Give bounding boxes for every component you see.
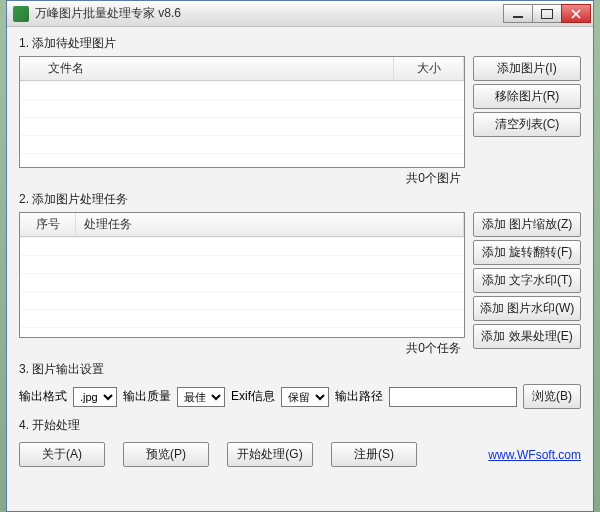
add-text-watermark-button[interactable]: 添加 文字水印(T) [473, 268, 581, 293]
clear-list-button[interactable]: 清空列表(C) [473, 112, 581, 137]
app-icon [13, 6, 29, 22]
add-image-button[interactable]: 添加图片(I) [473, 56, 581, 81]
output-format-label: 输出格式 [19, 388, 67, 405]
section4-label: 4. 开始处理 [19, 417, 581, 434]
add-effect-button[interactable]: 添加 效果处理(E) [473, 324, 581, 349]
col-index[interactable]: 序号 [20, 213, 76, 236]
output-quality-select[interactable]: 最佳 [177, 387, 225, 407]
image-list[interactable]: 文件名 大小 [19, 56, 465, 168]
exif-select[interactable]: 保留 [281, 387, 329, 407]
section2-buttons: 添加 图片缩放(Z) 添加 旋转翻转(F) 添加 文字水印(T) 添加 图片水印… [473, 212, 581, 349]
section2-row: 序号 处理任务 共0个任务 添加 图片缩放(Z) 添加 旋转翻转(F) 添加 文… [19, 212, 581, 357]
add-rotate-button[interactable]: 添加 旋转翻转(F) [473, 240, 581, 265]
add-image-watermark-button[interactable]: 添加 图片水印(W) [473, 296, 581, 321]
output-settings-row: 输出格式 .jpg 输出质量 最佳 Exif信息 保留 输出路径 浏览(B) [19, 384, 581, 409]
remove-image-button[interactable]: 移除图片(R) [473, 84, 581, 109]
add-resize-button[interactable]: 添加 图片缩放(Z) [473, 212, 581, 237]
about-button[interactable]: 关于(A) [19, 442, 105, 467]
section3-label: 3. 图片输出设置 [19, 361, 581, 378]
section1-buttons: 添加图片(I) 移除图片(R) 清空列表(C) [473, 56, 581, 137]
output-quality-label: 输出质量 [123, 388, 171, 405]
minimize-button[interactable] [503, 4, 533, 23]
image-count: 共0个图片 [19, 168, 465, 187]
maximize-button[interactable] [532, 4, 562, 23]
main-window: 万峰图片批量处理专家 v8.6 1. 添加待处理图片 文件名 大小 共0个图片 [6, 0, 594, 512]
task-list-body[interactable] [20, 237, 464, 337]
content-area: 1. 添加待处理图片 文件名 大小 共0个图片 添加图片(I) 移除图片(R) … [7, 27, 593, 511]
start-process-button[interactable]: 开始处理(G) [227, 442, 313, 467]
close-button[interactable] [561, 4, 591, 23]
section1-row: 文件名 大小 共0个图片 添加图片(I) 移除图片(R) 清空列表(C) [19, 56, 581, 187]
preview-button[interactable]: 预览(P) [123, 442, 209, 467]
browse-button[interactable]: 浏览(B) [523, 384, 581, 409]
website-link[interactable]: www.WFsoft.com [488, 448, 581, 462]
bottom-buttons-row: 关于(A) 预览(P) 开始处理(G) 注册(S) www.WFsoft.com [19, 442, 581, 467]
task-list[interactable]: 序号 处理任务 [19, 212, 465, 338]
register-button[interactable]: 注册(S) [331, 442, 417, 467]
col-task[interactable]: 处理任务 [76, 213, 464, 236]
col-size[interactable]: 大小 [394, 57, 464, 80]
output-path-input[interactable] [389, 387, 517, 407]
window-controls [504, 4, 591, 23]
output-format-select[interactable]: .jpg [73, 387, 117, 407]
image-list-header: 文件名 大小 [20, 57, 464, 81]
section1-label: 1. 添加待处理图片 [19, 35, 581, 52]
output-path-label: 输出路径 [335, 388, 383, 405]
titlebar: 万峰图片批量处理专家 v8.6 [7, 1, 593, 27]
window-title: 万峰图片批量处理专家 v8.6 [35, 5, 498, 22]
image-list-body[interactable] [20, 81, 464, 167]
exif-label: Exif信息 [231, 388, 275, 405]
col-filename[interactable]: 文件名 [20, 57, 394, 80]
task-count: 共0个任务 [19, 338, 465, 357]
section2-label: 2. 添加图片处理任务 [19, 191, 581, 208]
task-list-header: 序号 处理任务 [20, 213, 464, 237]
